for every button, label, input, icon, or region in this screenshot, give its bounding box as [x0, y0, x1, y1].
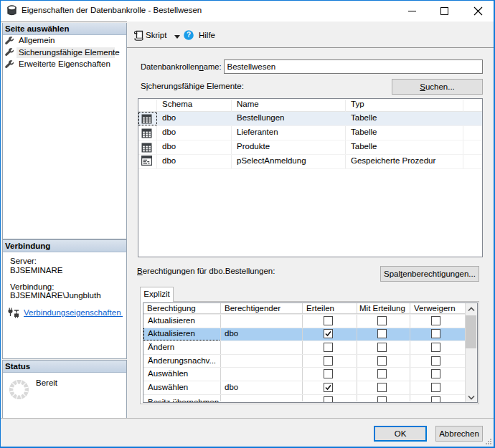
- svg-text:?: ?: [187, 31, 191, 39]
